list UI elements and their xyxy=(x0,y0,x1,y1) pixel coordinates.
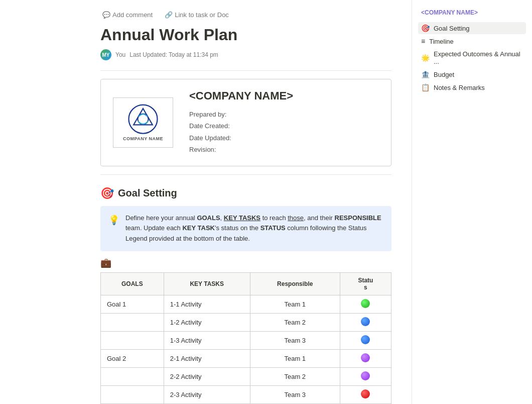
section-emoji: 🎯 xyxy=(100,187,114,200)
company-info: <COMPANY NAME> Prepared by: Date Created… xyxy=(189,89,293,156)
section-heading: 🎯 Goal Setting xyxy=(100,187,391,200)
author-row: MY You Last Updated: Today at 11:34 pm xyxy=(100,49,391,60)
td-responsible: Team 3 xyxy=(250,385,340,403)
table-row: 2-2 Activity Team 2 xyxy=(101,367,391,385)
td-responsible: Team 2 xyxy=(250,367,340,385)
td-goal xyxy=(101,367,164,385)
date-updated: Date Updated: xyxy=(189,132,293,144)
td-status xyxy=(340,331,391,349)
td-goal: Goal 2 xyxy=(101,349,164,367)
logo-name: COMPANY NAME xyxy=(123,136,163,141)
comment-icon: 💬 xyxy=(102,11,110,19)
table-row: 1-2 Activity Team 2 xyxy=(101,313,391,331)
td-goal: Goal 1 xyxy=(101,295,164,313)
sidebar-item-label: Notes & Remarks xyxy=(434,84,485,91)
sidebar-icon: 🎯 xyxy=(421,24,430,32)
sidebar-icon: 📋 xyxy=(421,83,430,91)
table-header-row: GOALS KEY TASKS Responsible Status xyxy=(101,272,391,295)
td-responsible: Team 1 xyxy=(250,349,340,367)
status-dot-red xyxy=(361,389,370,398)
add-comment-label: Add comment xyxy=(112,11,153,19)
td-task: 1-2 Activity xyxy=(164,313,250,331)
section-title: Goal Setting xyxy=(118,187,177,199)
td-goal xyxy=(101,313,164,331)
td-responsible: Team 1 xyxy=(250,295,340,313)
sidebar-item-timeline[interactable]: ≡Timeline xyxy=(418,35,526,47)
goals-table: GOALS KEY TASKS Responsible Status Goal … xyxy=(100,272,391,404)
col-key-tasks: KEY TASKS xyxy=(164,272,250,295)
sidebar-icon: 🏦 xyxy=(421,70,430,78)
divider-top xyxy=(100,70,391,71)
col-goals: GOALS xyxy=(101,272,164,295)
main-content: 💬 Add comment 🔗 Link to task or Doc Annu… xyxy=(0,0,412,404)
company-name-heading: <COMPANY NAME> xyxy=(189,89,293,103)
td-responsible: Team 3 xyxy=(250,331,340,349)
svg-marker-1 xyxy=(134,109,153,125)
td-goal xyxy=(101,385,164,403)
company-fields: Prepared by: Date Created: Date Updated:… xyxy=(189,109,293,156)
divider-mid xyxy=(100,174,391,175)
callout-text: Define here your annual GOALS, KEY TASKS… xyxy=(125,213,383,244)
status-dot-purple xyxy=(361,353,370,362)
toolbar: 💬 Add comment 🔗 Link to task or Doc xyxy=(100,10,391,20)
sidebar-item-label: Expected Outcomes & Annual ... xyxy=(434,50,523,65)
prepared-by: Prepared by: xyxy=(189,109,293,120)
sidebar-item-label: Budget xyxy=(434,71,454,78)
sidebar-item-budget[interactable]: 🏦Budget xyxy=(418,68,526,80)
status-dot-blue xyxy=(361,335,370,344)
status-dot-blue xyxy=(361,317,370,326)
td-status xyxy=(340,313,391,331)
td-task: 2-2 Activity xyxy=(164,367,250,385)
status-dot-green xyxy=(361,299,370,308)
td-task: 2-1 Activity xyxy=(164,349,250,367)
td-status xyxy=(340,367,391,385)
col-status: Status xyxy=(340,272,391,295)
td-goal xyxy=(101,331,164,349)
td-status xyxy=(340,385,391,403)
table-row: Goal 1 1-1 Activity Team 1 xyxy=(101,295,391,313)
author-name: You xyxy=(115,51,125,58)
info-callout: 💡 Define here your annual GOALS, KEY TAS… xyxy=(100,206,391,251)
company-logo-svg xyxy=(128,104,158,134)
td-task: 1-1 Activity xyxy=(164,295,250,313)
td-task: 1-3 Activity xyxy=(164,331,250,349)
td-responsible: Team 2 xyxy=(250,313,340,331)
sidebar-icon: 🌟 xyxy=(421,54,430,62)
table-row: Goal 2 2-1 Activity Team 1 xyxy=(101,349,391,367)
last-updated: Last Updated: Today at 11:34 pm xyxy=(129,51,218,58)
revision: Revision: xyxy=(189,144,293,155)
company-card: COMPANY NAME <COMPANY NAME> Prepared by:… xyxy=(100,79,391,166)
sidebar-item-notes--remarks[interactable]: 📋Notes & Remarks xyxy=(418,81,526,93)
link-label: Link to task or Doc xyxy=(175,11,229,19)
avatar: MY xyxy=(100,49,111,60)
sidebar: <COMPANY NAME> 🎯Goal Setting≡Timeline🌟Ex… xyxy=(412,0,532,404)
page-title: Annual Work Plan xyxy=(100,26,391,44)
sidebar-item-goal-setting[interactable]: 🎯Goal Setting xyxy=(418,22,526,34)
td-task: 2-3 Activity xyxy=(164,385,250,403)
date-created: Date Created: xyxy=(189,120,293,132)
table-row: 2-3 Activity Team 3 xyxy=(101,385,391,403)
sidebar-item-expected-outcomes--a[interactable]: 🌟Expected Outcomes & Annual ... xyxy=(418,48,526,67)
sidebar-company-name: <COMPANY NAME> xyxy=(418,8,526,17)
td-status xyxy=(340,349,391,367)
callout-icon: 💡 xyxy=(108,213,119,244)
td-status xyxy=(340,295,391,313)
table-row: 1-3 Activity Team 3 xyxy=(101,331,391,349)
sidebar-item-label: Goal Setting xyxy=(434,25,470,32)
sidebar-item-label: Timeline xyxy=(429,38,454,45)
status-dot-purple xyxy=(361,371,370,380)
company-logo-box: COMPANY NAME xyxy=(113,97,173,148)
sidebar-icon: ≡ xyxy=(421,37,425,45)
link-button[interactable]: 🔗 Link to task or Doc xyxy=(163,10,231,20)
add-comment-button[interactable]: 💬 Add comment xyxy=(100,10,155,20)
link-icon: 🔗 xyxy=(165,11,173,19)
col-responsible: Responsible xyxy=(250,272,340,295)
briefcase-icon: 💼 xyxy=(100,257,391,268)
